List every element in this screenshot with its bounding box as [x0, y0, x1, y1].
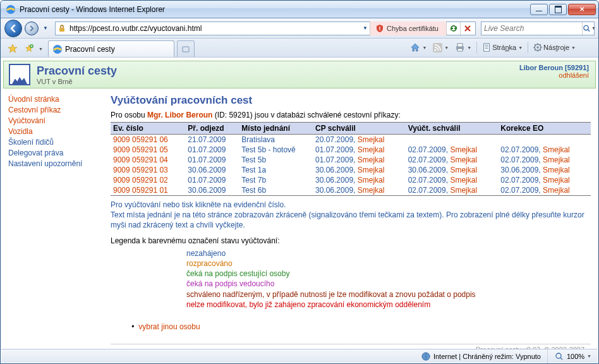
home-button[interactable]: ▼	[409, 40, 428, 55]
certificate-error-text: Chyba certifikátu	[387, 25, 439, 32]
table-row: 9009 059291 0501.07.2009Test 5b - hotově…	[111, 145, 591, 155]
notes: Pro vyúčtování nebo tisk klikněte na evi…	[111, 200, 591, 310]
page-menu-button[interactable]: Stránka▼	[481, 40, 524, 55]
svg-line-29	[560, 358, 562, 360]
cell-vyuct	[406, 135, 499, 145]
minimize-button[interactable]	[530, 4, 548, 15]
refresh-button[interactable]	[446, 22, 460, 35]
status-zone-text: Internet | Chráněný režim: Vypnuto	[433, 353, 541, 360]
cell-cp: 30.06.2009, Smejkal	[313, 165, 406, 175]
tab-active[interactable]: Pracovní cesty	[48, 40, 174, 57]
svg-text:!: !	[379, 25, 381, 32]
address-dropdown[interactable]: ▼	[361, 22, 370, 35]
col-misto: Místo jednání	[239, 123, 313, 135]
table-row: 9009 059291 0201.07.2009Test 7b30.06.200…	[111, 175, 591, 185]
back-button[interactable]	[4, 20, 22, 37]
svg-rect-13	[484, 44, 490, 51]
certificate-error-badge[interactable]: ! Chyba certifikátu	[370, 21, 446, 35]
intro-suffix: (ID: 59291) jsou v databázi schválené ce…	[212, 111, 401, 119]
col-vyuct: Vyúčt. schválil	[406, 123, 499, 135]
svg-rect-11	[457, 44, 463, 47]
sidenav-item[interactable]: Vyúčtování	[8, 116, 111, 126]
cell-cp: 20.07.2009, Smejkal	[313, 135, 406, 145]
col-odjezd: Př. odjezd	[185, 123, 239, 135]
stop-button[interactable]	[460, 22, 474, 35]
svg-line-24	[540, 49, 541, 51]
zoom-value: 100%	[567, 353, 584, 360]
address-bar: ▼ ! Chyba certifikátu	[55, 21, 476, 35]
cell-misto: Test 5b - hotově	[239, 145, 313, 155]
page-content: Pracovní cesty VUT v Brně Libor Beroun […	[1, 61, 598, 349]
col-korekce: Korekce EO	[498, 123, 591, 135]
svg-line-4	[588, 29, 590, 31]
cell-korekce: 02.07.2009, Smejkal	[498, 155, 591, 165]
app-favicon-ie	[6, 4, 16, 15]
cell-korekce: 02.07.2009, Smejkal	[498, 175, 591, 185]
window-controls: ✕	[530, 4, 596, 15]
main-panel: Vyúčtování pracovních cest Pro osobu Mgr…	[111, 90, 596, 349]
tools-menu-button[interactable]: Nástroje▼	[532, 40, 577, 55]
cell-odjezd: 01.07.2009	[185, 175, 239, 185]
cell-cp: 30.06.2009, Smejkal	[313, 185, 406, 196]
browser-navbar: ▼ ▼ ! Chyba certifikátu ▼	[1, 18, 598, 39]
search-input[interactable]	[481, 23, 582, 34]
sidenav-item[interactable]: Úvodní stránka	[8, 94, 111, 105]
cell-odjezd: 21.07.2009	[185, 135, 239, 145]
table-row: 9009 059291 0330.06.2009Test 1a30.06.200…	[111, 165, 591, 175]
favorites-button[interactable]	[6, 42, 20, 56]
logout-link[interactable]: odhlášení	[559, 71, 589, 79]
cell-vyuct: 30.06.2009, Smejkal	[406, 165, 499, 175]
cell-cp: 01.07.2009, Smejkal	[313, 155, 406, 165]
cell-odjezd: 30.06.2009	[185, 165, 239, 175]
maximize-button[interactable]	[549, 4, 567, 15]
ev-link[interactable]: 9009 059291 04	[113, 155, 168, 164]
zoom-control[interactable]: 100% ▼	[548, 351, 598, 361]
page-footer: Pracovní cesty v0.93, © 2002-2007	[111, 344, 591, 349]
shield-error-icon: !	[375, 24, 384, 33]
ev-link[interactable]: 9009 059291 01	[113, 186, 168, 195]
legend-item: nezahájeno	[111, 248, 591, 258]
new-tab-button[interactable]	[177, 40, 195, 57]
ev-link[interactable]: 9009 059291 02	[113, 176, 168, 185]
user-name-link[interactable]: Libor Beroun [59291]	[519, 64, 589, 71]
print-button[interactable]: ▼	[454, 40, 473, 55]
page-title: Pracovní cesty	[37, 64, 117, 78]
sidenav-item[interactable]: Nastavení upozornění	[8, 159, 111, 169]
svg-line-23	[535, 44, 536, 46]
legend-item: nelze modifikovat, bylo již zahájeno zpr…	[111, 300, 591, 310]
svg-rect-8	[433, 43, 442, 52]
cell-misto: Test 5b	[239, 155, 313, 165]
sidenav-item[interactable]: Školení řidičů	[8, 137, 111, 148]
cell-ev: 9009 059291 03	[111, 165, 185, 175]
search-button[interactable]: ▼	[582, 22, 596, 35]
lock-icon	[57, 23, 67, 33]
ev-link[interactable]: 9009 059291 06	[113, 135, 168, 144]
ev-link[interactable]: 9009 059291 05	[113, 145, 168, 154]
sidenav-item[interactable]: Vozidla	[8, 126, 111, 137]
feeds-button[interactable]: ▼	[432, 40, 450, 55]
cell-vyuct: 02.07.2009, Smejkal	[406, 155, 499, 165]
sidenav-item[interactable]: Cestovní příkaz	[8, 105, 111, 116]
svg-rect-12	[457, 49, 463, 51]
page-header: Pracovní cesty VUT v Brně Libor Beroun […	[3, 61, 596, 88]
close-button[interactable]: ✕	[568, 4, 596, 15]
nav-history-dropdown[interactable]: ▼	[41, 22, 50, 35]
address-input[interactable]	[68, 23, 361, 34]
cell-cp: 01.07.2009, Smejkal	[313, 145, 406, 155]
command-bar: ▼ ▼ ▼ Stránka▼ Nástroje▼	[402, 38, 596, 57]
browser-viewport: Pracovní cesty VUT v Brně Libor Beroun […	[1, 59, 598, 349]
user-box: Libor Beroun [59291] odhlášení	[519, 64, 589, 79]
status-zone[interactable]: Internet | Chráněný režim: Vypnuto	[414, 349, 548, 363]
sidenav-item[interactable]: Delegovat práva	[8, 148, 111, 159]
window-titlebar: Pracovní cesty - Windows Internet Explor…	[1, 1, 598, 18]
cell-misto: Test 1a	[239, 165, 313, 175]
add-favorite-button[interactable]	[22, 42, 36, 56]
status-bar: Internet | Chráněný režim: Vypnuto 100% …	[1, 349, 598, 363]
legend-title: Legenda k barevnému označení stavu vyúčt…	[111, 236, 591, 246]
table-row: 9009 059291 0401.07.2009Test 5b01.07.200…	[111, 155, 591, 165]
cell-cp: 30.06.2009, Smejkal	[313, 175, 406, 185]
ev-link[interactable]: 9009 059291 03	[113, 166, 168, 174]
table-row: 9009 059291 0130.06.2009Test 6b30.06.200…	[111, 185, 591, 196]
select-other-person-link[interactable]: vybrat jinou osobu	[138, 322, 200, 331]
forward-button[interactable]	[25, 21, 39, 35]
